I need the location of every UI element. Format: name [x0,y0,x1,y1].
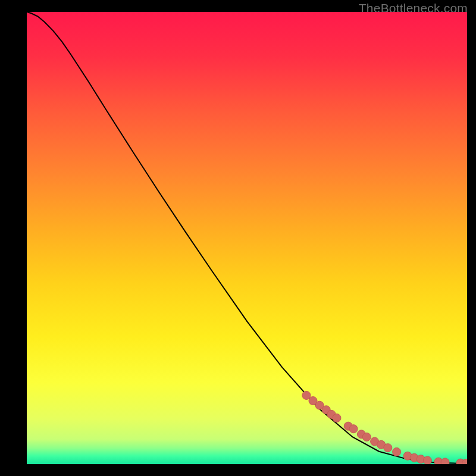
gradient-chart [27,12,467,464]
data-marker [441,458,449,464]
data-marker [384,444,392,452]
gradient-fill [27,12,467,464]
data-marker [423,456,431,464]
data-marker [393,447,401,456]
data-marker [362,433,371,441]
data-marker [333,414,341,422]
data-marker [349,425,358,433]
chart-stage: TheBottleneck.com [0,0,476,476]
